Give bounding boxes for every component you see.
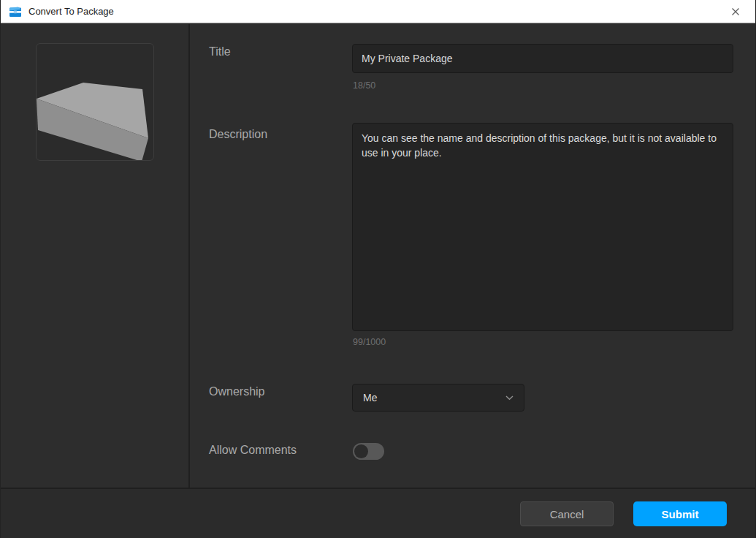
title-input[interactable] [352, 44, 733, 73]
description-char-counter: 99/1000 [353, 337, 386, 347]
dialog-body: Title 18/50 Description You can see the … [1, 24, 755, 488]
allow-comments-toggle[interactable] [353, 443, 384, 460]
title-label: Title [209, 45, 231, 58]
titlebar: Convert To Package [1, 0, 755, 23]
title-char-counter: 18/50 [353, 80, 375, 91]
window-title: Convert To Package [28, 6, 114, 17]
description-textarea[interactable]: You can see the name and description of … [352, 123, 733, 331]
submit-button[interactable]: Submit [633, 501, 727, 526]
chevron-down-icon [505, 395, 513, 401]
ownership-dropdown[interactable]: Me [352, 384, 524, 412]
toggle-knob-icon [354, 444, 368, 458]
ownership-selected-value: Me [363, 392, 377, 404]
convert-to-package-dialog: Convert To Package Title 18/50 Descripti… [0, 0, 756, 538]
package-app-icon [9, 5, 22, 18]
allow-comments-label: Allow Comments [209, 444, 297, 457]
close-icon [730, 7, 741, 17]
form-panel: Title 18/50 Description You can see the … [191, 24, 755, 488]
package-thumbnail [36, 43, 154, 161]
description-label: Description [209, 128, 267, 141]
wedge-part-icon [37, 44, 154, 161]
dialog-footer: Cancel Submit [1, 488, 755, 538]
preview-panel [1, 24, 190, 488]
ownership-label: Ownership [209, 385, 264, 398]
cancel-button[interactable]: Cancel [520, 501, 614, 526]
close-button[interactable] [723, 1, 748, 23]
